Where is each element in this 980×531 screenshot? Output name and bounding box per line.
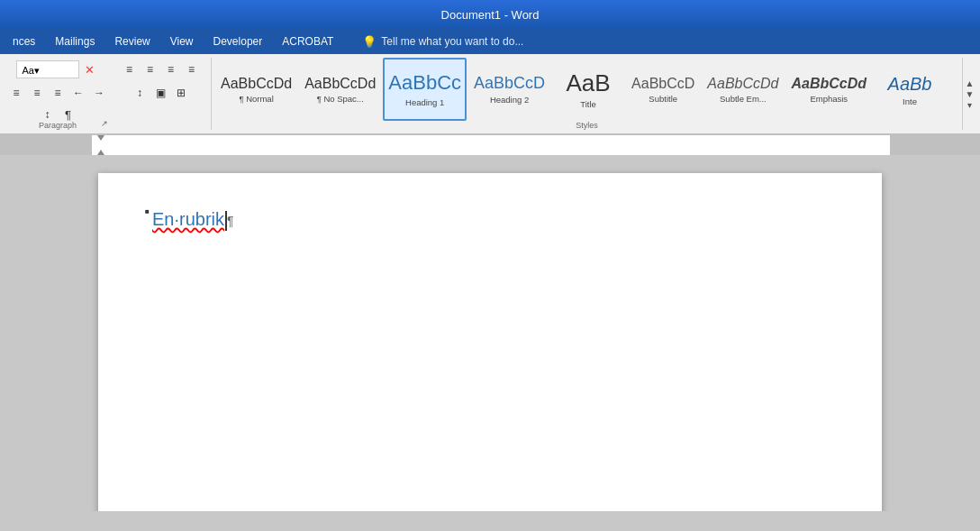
ribbon-main: Aa▾ ✕ ≡ ≡ ≡ ← → ↕ ¶ Paragraph ↗: [0, 54, 980, 133]
indent-marker-hanging[interactable]: [97, 135, 104, 141]
style-heading2-label: Heading 2: [490, 95, 529, 105]
increase-indent-btn[interactable]: →: [89, 83, 109, 103]
align-center-btn[interactable]: ≡: [141, 60, 160, 79]
ruler-white: [92, 135, 890, 155]
styles-section: AaBbCcDd ¶ Normal AaBbCcDd ¶ No Spac... …: [215, 58, 976, 130]
document-content[interactable]: En·rubrik¶: [152, 209, 828, 231]
menu-review[interactable]: Review: [105, 32, 159, 50]
document-title: Document1 - Word: [441, 8, 540, 22]
paragraph-mark: ¶: [227, 214, 234, 228]
align-right-btn[interactable]: ≡: [161, 60, 181, 79]
ruler-grey-right: [890, 135, 980, 155]
ruler-grey-left: [0, 135, 92, 155]
paragraph-expand-icon[interactable]: ↗: [101, 119, 112, 130]
style-normal-label: ¶ Normal: [239, 94, 273, 104]
styles-scroll[interactable]: ▲ ▼ ▾: [962, 58, 976, 130]
align-left-btn[interactable]: ≡: [120, 60, 140, 79]
style-heading1[interactable]: AaBbCc Heading 1: [383, 58, 467, 121]
style-heading1-preview: AaBbCc: [388, 71, 461, 95]
shading-btn[interactable]: ▣: [150, 83, 170, 103]
style-subtitle[interactable]: AaBbCcD Subtitle: [626, 58, 700, 121]
style-emphasis-label: Emphasis: [810, 94, 848, 104]
more-styles-icon[interactable]: ▾: [967, 100, 972, 110]
tell-me-bar[interactable]: 💡 Tell me what you want to do...: [362, 35, 523, 49]
ruler: [0, 135, 980, 155]
heading-text-spellcheck: En·rubrik: [152, 209, 224, 229]
style-intense-label: Inte: [903, 96, 917, 106]
paragraph-label: Paragraph: [4, 121, 112, 130]
ribbon: Aa▾ ✕ ≡ ≡ ≡ ← → ↕ ¶ Paragraph ↗: [0, 54, 980, 135]
menu-developer[interactable]: Developer: [204, 32, 272, 50]
style-subtle-em[interactable]: AaBbCcDd Subtle Em...: [702, 58, 784, 121]
menu-view[interactable]: View: [161, 32, 203, 50]
page[interactable]: ■ En·rubrik¶: [98, 173, 882, 511]
tell-me-text[interactable]: Tell me what you want to do...: [381, 35, 523, 48]
style-title-preview: AaB: [566, 69, 610, 97]
font-row1: Aa▾ ✕: [16, 60, 100, 79]
style-title-label: Title: [580, 99, 596, 109]
style-normal[interactable]: AaBbCcDd ¶ Normal: [215, 58, 297, 121]
style-emphasis-preview: AaBbCcDd: [791, 75, 867, 92]
style-subtitle-label: Subtitle: [649, 94, 677, 104]
style-intense-preview: AaBb: [888, 73, 932, 95]
borders-btn[interactable]: ⊞: [171, 83, 191, 103]
decrease-indent-btn[interactable]: ←: [68, 83, 88, 103]
scroll-up-icon[interactable]: ▲: [966, 78, 975, 88]
numbering-btn[interactable]: ≡: [27, 83, 47, 103]
multilevel-btn[interactable]: ≡: [48, 83, 68, 103]
menu-bar: nces Mailings Review View Developer ACRO…: [0, 29, 980, 54]
document-area: ■ En·rubrik¶: [0, 155, 980, 511]
font-name-selector[interactable]: Aa▾: [16, 60, 79, 78]
style-nospacing-label: ¶ No Spac...: [317, 94, 364, 104]
style-intense[interactable]: AaBb Inte: [874, 58, 946, 121]
justify-btn[interactable]: ≡: [182, 60, 202, 79]
style-subtleem-preview: AaBbCcDd: [707, 75, 778, 92]
align-row2: ↕ ▣ ⊞: [130, 83, 191, 103]
font-row2: ≡ ≡ ≡ ← →: [6, 83, 109, 103]
style-normal-preview: AaBbCcDd: [221, 75, 292, 92]
style-subtleem-label: Subtle Em...: [720, 94, 767, 104]
menu-acrobat[interactable]: ACROBAT: [273, 32, 342, 50]
styles-gallery: AaBbCcDd ¶ Normal AaBbCcDd ¶ No Spac... …: [215, 58, 962, 130]
bullets-btn[interactable]: ≡: [6, 83, 26, 103]
indent-marker-left[interactable]: [97, 150, 104, 155]
heading-content: En·rubrik¶: [152, 209, 234, 229]
scroll-down-icon[interactable]: ▼: [966, 89, 975, 99]
paragraph-bullet: ■: [145, 207, 150, 215]
menu-mailings[interactable]: Mailings: [46, 32, 104, 50]
style-nospacing-preview: AaBbCcDd: [304, 75, 376, 92]
lightbulb-icon: 💡: [362, 35, 377, 49]
alignment-group: ≡ ≡ ≡ ≡ ↕ ▣ ⊞: [115, 58, 205, 130]
menu-nces[interactable]: nces: [4, 32, 44, 50]
title-bar: Document1 - Word: [0, 0, 980, 29]
clear-formatting-btn[interactable]: ✕: [80, 60, 100, 79]
style-title[interactable]: AaB Title: [552, 58, 624, 121]
style-subtitle-preview: AaBbCcD: [631, 75, 694, 92]
line-spacing-btn[interactable]: ↕: [130, 83, 150, 103]
style-heading2-preview: AaBbCcD: [474, 74, 545, 94]
left-ribbon-groups: Aa▾ ✕ ≡ ≡ ≡ ← → ↕ ¶ Paragraph ↗: [4, 58, 212, 130]
style-heading2[interactable]: AaBbCcD Heading 2: [468, 58, 550, 121]
style-heading1-label: Heading 1: [405, 97, 444, 107]
style-emphasis[interactable]: AaBbCcDd Emphasis: [785, 58, 872, 121]
font-group: Aa▾ ✕ ≡ ≡ ≡ ← → ↕ ¶ Paragraph ↗: [4, 58, 112, 130]
align-row1: ≡ ≡ ≡ ≡: [120, 60, 202, 79]
style-no-spacing[interactable]: AaBbCcDd ¶ No Spac...: [299, 58, 381, 121]
